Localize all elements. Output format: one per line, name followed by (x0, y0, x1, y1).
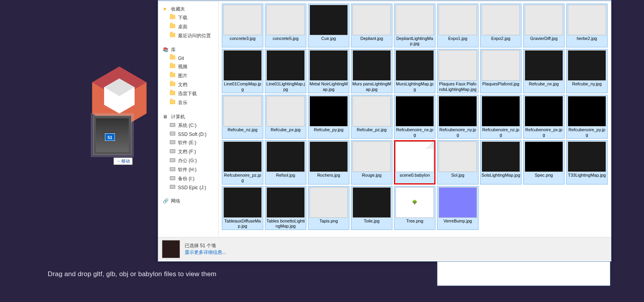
file-name-label: GravierDiff.jpg (524, 36, 563, 42)
file-name-label: Refsol.jpg (266, 173, 305, 178)
sidebar-item[interactable]: 桌面 (158, 22, 218, 31)
file-item[interactable]: Expo2.jpg (480, 4, 522, 47)
file-item[interactable]: SolsLightingMap.jpg (480, 140, 522, 184)
sidebar-item[interactable]: 软件 (H:) (158, 165, 218, 174)
file-item[interactable]: Sol.jpg (437, 140, 479, 184)
file-thumb (568, 96, 606, 127)
file-item[interactable]: PlaquesPlafond.jpg (480, 49, 522, 93)
file-item[interactable]: Refcube_pz.jpg (351, 95, 392, 139)
file-item[interactable]: Cuir.jpg (308, 4, 349, 47)
file-item[interactable]: Line01CompMap.jpg (222, 49, 263, 93)
file-item[interactable]: T33LightingMap.jpg (566, 140, 608, 184)
file-item[interactable]: 🌳Tree.png (394, 186, 435, 230)
sidebar-item[interactable]: 备份 (I:) (158, 174, 218, 183)
item-icon (170, 100, 176, 106)
file-item[interactable]: Refcube_py.jpg (308, 95, 349, 139)
file-item[interactable]: Metal NoirLightingMap.jpg (308, 49, 349, 93)
sidebar-item[interactable]: 视频 (158, 62, 218, 71)
file-item[interactable]: Depliant.jpg (351, 4, 392, 47)
sidebar-item[interactable]: 图片 (158, 71, 218, 80)
file-item[interactable]: TableauxDiffuseMap.jpg (222, 186, 263, 230)
drag-count-badge: 51 (105, 133, 115, 141)
file-item[interactable]: Rochers.jpg (308, 140, 349, 184)
file-item[interactable]: Line01LightingMap.jpg (265, 49, 306, 93)
sidebar-item-label: 软件 (H:) (178, 166, 196, 173)
library-icon: 📚 (163, 47, 169, 53)
file-item[interactable]: Plaques Faux PlafondsLightingMap.jpg (437, 49, 479, 93)
item-icon (170, 24, 176, 30)
file-item[interactable]: Rouge.jpg (351, 140, 392, 184)
file-thumb (309, 5, 348, 35)
sidebar-item-label: 音乐 (178, 99, 187, 106)
file-thumb (266, 96, 305, 127)
file-item[interactable]: Refcubenoire_px.jpg (523, 95, 565, 139)
file-item[interactable]: Refcubenoire_pz.jpg (222, 140, 263, 184)
sidebar-item[interactable]: 文档 (158, 80, 218, 89)
file-item[interactable]: DepliantLightingMap.jpg (394, 4, 435, 47)
file-thumb (482, 96, 520, 127)
sidebar-item[interactable]: Git (158, 54, 218, 62)
status-more-link[interactable]: 显示更多详细信息... (185, 249, 226, 256)
file-item[interactable]: Refsol.jpg (265, 140, 306, 184)
network-icon: 🔗 (163, 198, 169, 204)
file-item[interactable]: Murs pansLightingMap.jpg (351, 49, 392, 93)
sidebar-item[interactable]: SSD Soft (D:) (158, 130, 218, 138)
file-item[interactable]: Toile.jpg (351, 186, 392, 230)
file-thumb (266, 141, 305, 172)
file-item[interactable]: Refcube_ny.jpg (566, 49, 608, 93)
file-item[interactable]: Expo1.jpg (437, 4, 479, 47)
sidebar-item-label: 下载 (178, 14, 187, 21)
babylon-drop-area[interactable]: 51 →移动 (0, 0, 157, 302)
sidebar-item[interactable]: 软件 (E:) (158, 138, 218, 147)
sidebar-item[interactable]: 下载 (158, 13, 218, 22)
file-item[interactable]: Refcubenoire_nx.jpg (394, 95, 435, 139)
file-item[interactable]: Refcubenoire_py.jpg (566, 95, 608, 139)
file-name-label: Metal NoirLightingMap.jpg (309, 81, 348, 92)
file-name-label: Refcubenoire_nx.jpg (395, 127, 434, 137)
file-item[interactable]: scene0.babylon (394, 140, 435, 184)
file-item[interactable]: MursLightingMap.jpg (394, 49, 435, 93)
file-name-label: Refcubenoire_nz.jpg (481, 127, 520, 137)
file-thumb (309, 96, 348, 127)
sidebar-libraries-head[interactable]: 📚 库 (158, 46, 218, 54)
sidebar-favorites-head[interactable]: ★ 收藏夹 (158, 5, 218, 13)
file-name-label: MursLightingMap.jpg (395, 81, 434, 92)
file-item[interactable]: Refcubenoire_ny.jpg (437, 95, 479, 139)
file-item[interactable]: Refcube_nx.jpg (523, 49, 565, 93)
sidebar-favorites: ★ 收藏夹 下载桌面最近访问的位置 (158, 5, 218, 40)
explorer-window: ★ 收藏夹 下载桌面最近访问的位置 📚 库 Git视频图片文档迅雷下载音乐 🖥 … (158, 0, 612, 262)
file-item[interactable]: Tapis.png (308, 186, 349, 230)
file-item[interactable]: Refcube_nz.jpg (222, 95, 263, 139)
file-name-label: Refcube_pz.jpg (352, 127, 391, 133)
file-name-label: concrete3.jpg (223, 36, 262, 42)
sidebar-item[interactable]: 文档 (F:) (158, 147, 218, 156)
file-item[interactable]: VerreBump.jpg (437, 186, 479, 230)
sidebar-network-head[interactable]: 🔗 网络 (158, 197, 218, 205)
file-item[interactable]: herbe2.jpg (566, 4, 608, 47)
sidebar-item[interactable]: 办公 (G:) (158, 156, 218, 165)
file-item[interactable]: GravierDiff.jpg (523, 4, 565, 47)
sidebar-computer: 🖥 计算机 系统 (C:)SSD Soft (D:)软件 (E:)文档 (F:)… (158, 113, 218, 192)
sidebar-item[interactable]: SSD Epic (J:) (158, 183, 218, 192)
sidebar-item[interactable]: 系统 (C:) (158, 121, 218, 130)
item-icon (170, 82, 176, 88)
drop-hint-text: Drag and drop gltf, glb, obj or babylon … (48, 270, 216, 278)
file-item[interactable]: Refcubenoire_nz.jpg (480, 95, 522, 139)
file-item[interactable]: Refcube_px.jpg (265, 95, 306, 139)
file-name-label: Plaques Faux PlafondsLightingMap.jpg (438, 81, 477, 92)
file-item[interactable]: Spec.png (523, 140, 565, 184)
file-thumb (223, 96, 262, 127)
sidebar-item[interactable]: 最近访问的位置 (158, 31, 218, 40)
file-name-label: Expo1.jpg (438, 36, 477, 42)
file-item[interactable]: concrete3.jpg (222, 4, 263, 47)
file-item[interactable]: concrete5.jpg (265, 4, 306, 47)
item-icon (170, 15, 176, 21)
sidebar-item[interactable]: 迅雷下载 (158, 89, 218, 98)
sidebar-item[interactable]: 音乐 (158, 98, 218, 107)
file-thumb (439, 187, 477, 218)
sidebar-computer-head[interactable]: 🖥 计算机 (158, 113, 218, 121)
explorer-sidebar: ★ 收藏夹 下载桌面最近访问的位置 📚 库 Git视频图片文档迅雷下载音乐 🖥 … (158, 2, 219, 237)
status-bar: 已选择 51 个项 显示更多详细信息... (158, 237, 611, 260)
file-item[interactable]: Tables bonettoLightingMap.jpg (265, 186, 306, 230)
file-grid-area[interactable]: concrete3.jpgconcrete5.jpgCuir.jpgDeplia… (219, 2, 611, 237)
